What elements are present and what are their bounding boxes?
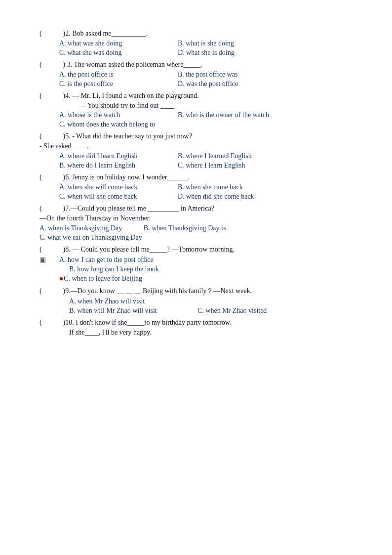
question-3: ( ) 3. The woman asked the policeman whe… — [39, 61, 362, 88]
q5-paren: ( — [39, 132, 54, 140]
q3-text: ) 3. The woman asked the policeman where… — [63, 61, 202, 69]
q10-sub: If she____, I'll be very happy. — [69, 329, 362, 337]
q5-text: )5. - What did the teacher say to you ju… — [63, 132, 192, 140]
q3-paren: ( — [39, 61, 54, 69]
exam-content: ( )2. Bob asked me__________. A. what wa… — [39, 30, 362, 337]
q2-options-row2: C. what she was doing D. what she is doi… — [59, 49, 362, 57]
q3-options-row2: C. is the post office D. was the post of… — [59, 80, 362, 88]
q10-space — [54, 319, 63, 327]
q6-optB: B. when she came back — [178, 183, 296, 191]
q8-optA: A. how I can get to the post office — [59, 256, 178, 264]
q3-optC: C. is the post office — [59, 80, 178, 88]
q2-space — [54, 30, 63, 38]
q8-marker-placeholder: ▣ — [39, 256, 49, 264]
q2-optD: D. what she is doing — [178, 49, 296, 57]
q6-space — [54, 173, 63, 181]
q7-optA: A. when is Thanksgiving Day — [39, 224, 122, 232]
q4-paren: ( — [39, 92, 54, 100]
q4-line: ( )4. --- Mr. Li, I found a watch on the… — [39, 92, 362, 100]
q8-text: )8. — Could you please tell me_____? —To… — [63, 246, 235, 254]
q4-optC: C. whom does the watch belong to — [59, 121, 178, 128]
q6-optC: C. when will she come back — [59, 193, 178, 201]
q5-sub: - She asked ____. — [39, 142, 362, 150]
q6-text: )6. Jenny is on holiday now. I wonder___… — [63, 173, 190, 181]
q8-paren: ( — [39, 246, 54, 254]
q5-optBB: B. where do I learn English — [59, 162, 178, 170]
q7-space — [54, 205, 63, 213]
q9-optB: B. when will Mr Zhao will visit — [69, 307, 188, 315]
question-5: ( )5. - What did the teacher say to you … — [39, 132, 362, 170]
q8-optC: C. when to leave for Beijing — [64, 275, 182, 283]
q6-optD: D. when did she come back — [178, 193, 296, 201]
q3-options-row1: A. the post office is B. the post office… — [59, 71, 362, 79]
q5-space — [54, 132, 63, 140]
q5-optA: A. where did I learn English — [59, 152, 178, 160]
q7-opts-row2: C. what we eat on Thanksgiving Day — [39, 234, 362, 242]
q9-space — [54, 287, 63, 295]
q8-optA-row: ▣ A. how I can get to the post office — [39, 256, 362, 264]
q6-paren: ( — [39, 173, 54, 181]
q7-paren: ( — [39, 205, 54, 213]
q3-optA: A. the post office is — [59, 71, 178, 79]
q5-options-row2: B. where do I learn English C. where I l… — [59, 162, 362, 170]
q7-text: )7.—Could you please tell me _________ i… — [63, 205, 214, 213]
question-7: ( )7.—Could you please tell me _________… — [39, 205, 362, 242]
q9-optBC-row: B. when will Mr Zhao will visit C. when … — [69, 307, 362, 315]
q9-line: ( )9.—Do you know __ __ __ Beijing with … — [39, 287, 362, 296]
q2-line: ( )2. Bob asked me__________. — [39, 30, 362, 38]
q9-optC: C. when Mr Zhao visited — [197, 307, 316, 315]
question-9: ( )9.—Do you know __ __ __ Beijing with … — [39, 287, 362, 315]
q3-optB: B. the post office was — [178, 71, 296, 79]
q5-line: ( )5. - What did the teacher say to you … — [39, 132, 362, 140]
q9-optA: A. when Mr Zhao will visit — [69, 298, 145, 305]
q4-optB: B. who is the owner of the watch — [178, 111, 296, 119]
question-2: ( )2. Bob asked me__________. A. what wa… — [39, 30, 362, 57]
q5-options-row1: A. where did I learn English B. where I … — [59, 152, 362, 160]
q8-optB-row: B. how long can I keep the book — [69, 265, 362, 273]
q10-paren: ( — [39, 319, 54, 327]
q2-optA: A. what was she doing — [59, 40, 178, 47]
q8-marker: ■ — [59, 275, 63, 283]
q5-optC: C. where I learn English — [178, 162, 296, 170]
q6-line: ( )6. Jenny is on holiday now. I wonder_… — [39, 173, 362, 181]
q10-line: ( )10. I don't know if she_____to my bir… — [39, 319, 362, 327]
question-8: ( )8. — Could you please tell me_____? —… — [39, 246, 362, 283]
q2-text: )2. Bob asked me__________. — [63, 30, 148, 38]
question-10: ( )10. I don't know if she_____to my bir… — [39, 319, 362, 337]
q3-line: ( ) 3. The woman asked the policeman whe… — [39, 61, 362, 69]
q5-optB: B. where I learned English — [178, 152, 296, 160]
q4-options-row1: A. whose is the watch B. who is the owne… — [59, 111, 362, 119]
q4-sub: --- You should try to find out ____ — [79, 102, 362, 110]
q8-optC-row: ■ C. when to leave for Beijing — [59, 275, 362, 283]
q9-paren: ( — [39, 287, 54, 295]
q10-sub-text: If she____, I'll be very happy. — [69, 329, 152, 336]
q7-opts-row: A. when is Thanksgiving Day B. when Than… — [39, 224, 362, 232]
q9-text: )9.—Do you know __ __ __ Beijing with hi… — [63, 287, 252, 296]
q8-optB: B. how long can I keep the book — [69, 265, 159, 273]
q7-optC: C. what we eat on Thanksgiving Day — [39, 234, 142, 241]
q2-optC: C. what she was doing — [59, 49, 178, 57]
q8-space — [54, 246, 63, 254]
q2-paren: ( — [39, 30, 54, 38]
q4-optA: A. whose is the watch — [59, 111, 178, 119]
q7-optB: B. when Thanksgiving Day is — [144, 224, 226, 232]
q2-optB: B. what is she doing — [178, 40, 296, 47]
q7-sub: —On the fourth Thursday in November. — [39, 214, 362, 222]
q6-optA: A. when she will come back — [59, 183, 178, 191]
q3-optD: D. was the post office — [178, 80, 296, 88]
q4-space — [54, 92, 63, 100]
q7-line: ( )7.—Could you please tell me _________… — [39, 205, 362, 213]
question-6: ( )6. Jenny is on holiday now. I wonder_… — [39, 173, 362, 201]
q3-space — [54, 61, 63, 69]
q10-text: )10. I don't know if she_____to my birth… — [63, 319, 232, 327]
q4-options-row2: C. whom does the watch belong to — [59, 121, 362, 128]
question-4: ( )4. --- Mr. Li, I found a watch on the… — [39, 92, 362, 128]
q4-text: )4. --- Mr. Li, I found a watch on the p… — [63, 92, 199, 100]
q6-options-row1: A. when she will come back B. when she c… — [59, 183, 362, 191]
q6-options-row2: C. when will she come back D. when did s… — [59, 193, 362, 201]
q8-line: ( )8. — Could you please tell me_____? —… — [39, 246, 362, 254]
q2-options-row1: A. what was she doing B. what is she doi… — [59, 40, 362, 47]
q9-optA-row: A. when Mr Zhao will visit — [69, 298, 362, 305]
